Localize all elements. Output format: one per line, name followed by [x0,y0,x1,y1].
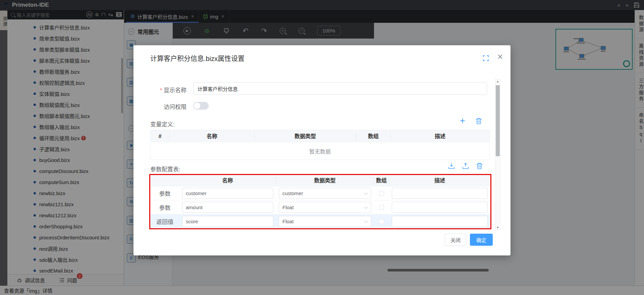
variables-section-label: 变量定义: [150,120,175,128]
col-name: 名称 [179,177,276,184]
param-name-input[interactable] [182,188,273,199]
param-type-select[interactable]: Float [279,202,371,213]
param-desc-input[interactable] [392,202,488,213]
close-button[interactable]: 关闭 [445,234,466,246]
param-array-checkbox[interactable] [379,219,384,224]
col-description: 描述 [391,133,489,140]
scroll-down-icon[interactable]: ▼ [495,225,500,230]
delete-params-icon[interactable] [476,163,483,171]
col-description: 描述 [389,177,490,184]
delete-variable-icon[interactable] [476,118,482,126]
chevron-down-icon [364,219,368,223]
param-desc-input[interactable] [392,216,488,227]
confirm-button[interactable]: 确定 [470,234,493,246]
scrollbar-thumb[interactable] [496,85,500,156]
chevron-down-icon [364,205,368,209]
param-type-select[interactable]: Float [279,216,371,227]
scroll-up-icon[interactable]: ▲ [495,79,500,84]
param-kind: 返回值 [150,217,179,226]
add-variable-icon[interactable]: + [460,116,465,125]
param-row-selected: 返回值 Float [150,214,490,228]
chevron-down-icon [364,191,368,194]
param-row: 参数 customer [150,186,490,200]
col-array: 数组 [356,133,391,140]
modal-scrollbar[interactable]: ▲ ▼ [495,79,500,230]
access-permission-label: 访问权限 [136,102,186,111]
col-datatype: 数据类型 [276,177,374,184]
close-icon[interactable]: ✕ [497,53,503,61]
properties-dialog: 计算客户积分信息.bizx属性设置 ✕ 显示名称 访问权限 变量定义: + # … [133,45,511,255]
param-kind: 参数 [150,203,179,212]
params-section-label: 参数配置表: [150,165,180,173]
param-array-checkbox[interactable] [379,191,384,196]
fullscreen-icon[interactable] [483,55,489,62]
display-name-input[interactable] [193,82,487,95]
param-array-checkbox[interactable] [379,205,384,210]
param-name-input[interactable] [182,202,273,213]
col-index: # [151,133,170,140]
col-name: 名称 [170,133,255,140]
access-permission-toggle[interactable] [193,102,209,110]
variables-table: # 名称 数据类型 数组 描述 暂无数据 [150,130,490,160]
dialog-title: 计算客户积分信息.bizx属性设置 [150,53,245,63]
import-params-icon[interactable] [448,163,455,171]
param-row: 参数 Float [150,200,490,214]
empty-data-text: 暂无数据 [151,142,489,160]
params-table: 名称 数据类型 数组 描述 参数 customer 参数 Float 返回值 F… [149,174,491,229]
col-datatype: 数据类型 [255,133,356,140]
param-kind: 参数 [150,189,179,197]
param-name-input[interactable] [182,216,273,227]
col-array: 数组 [374,177,389,184]
param-desc-input[interactable] [392,188,488,199]
display-name-label: 显示名称 [136,85,186,94]
export-params-icon[interactable] [462,163,469,171]
param-type-select[interactable]: customer [279,188,371,199]
